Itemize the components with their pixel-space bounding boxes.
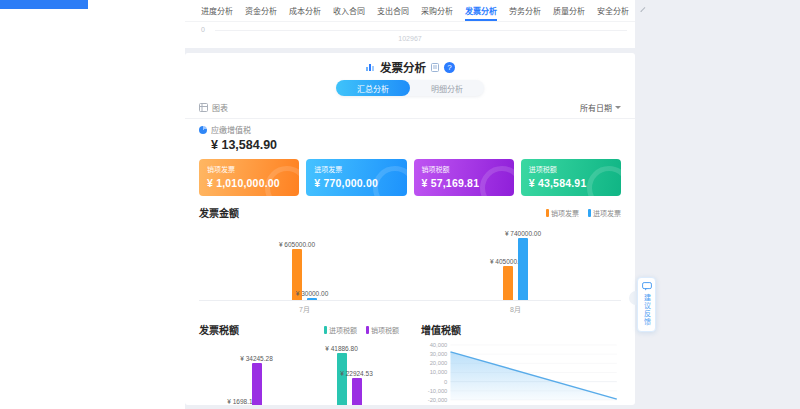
stat-card: 销项税额¥ 57,169.81 (414, 159, 514, 196)
stat-card-value: ¥ 770,000.00 (314, 177, 398, 189)
svg-text:10,000: 10,000 (430, 370, 448, 376)
bar-chart-invoice-amount: ¥ 605000.00¥ 30000.00¥ 405000.00¥ 740000… (199, 233, 621, 301)
axis-zero-label: 0 (201, 26, 205, 33)
divider (185, 118, 635, 119)
svg-text:0: 0 (444, 379, 447, 385)
bar-group: ¥ 41886.80¥ 22924.53 (337, 353, 362, 405)
stat-card-label: 进项发票 (314, 164, 398, 174)
date-filter-value: 所有日期 (580, 102, 612, 113)
invoice-tax-section: 发票税额 进项税额销项税额 ¥ 1698.11¥ 34245.28¥ 41886… (199, 322, 399, 405)
bar-value-label: ¥ 605000.00 (279, 241, 315, 248)
stat-card-value: ¥ 43,584.91 (529, 177, 613, 189)
stat-card: 销项发票¥ 1,010,000.00 (199, 159, 299, 196)
nav-tab[interactable]: 质量分析 (553, 0, 585, 21)
card-title-row: 发票分析 ? (185, 53, 635, 75)
nav-tab[interactable]: 收入合同 (333, 0, 365, 21)
left-background-panel (0, 0, 185, 409)
legend-invoice-amount: 销项发票进项发票 (546, 208, 621, 218)
scrolled-chart-remnant: 0 102967 (185, 22, 635, 48)
bar-value-label: ¥ 740000.00 (505, 230, 541, 237)
section-title-invoice-tax: 发票税额 (199, 322, 239, 337)
top-left-accent-bar (0, 0, 88, 9)
nav-tab[interactable]: 安全分析 (597, 0, 629, 21)
category-axis: 7月8月 (199, 304, 621, 314)
stat-cards: 销项发票¥ 1,010,000.00进项发票¥ 770,000.00销项税额¥ … (185, 159, 635, 196)
bar: ¥ 22924.53 (352, 378, 362, 405)
vat-amount-section: 增值税额 40,00030,00020,00010,0000-10,000-20… (421, 322, 621, 405)
legend-item[interactable]: 进项税额 (324, 325, 357, 335)
document-icon (431, 63, 439, 72)
top-nav: 进度分析资金分析成本分析收入合同支出合同采购分析发票分析劳务分析质量分析安全分析 (185, 0, 635, 22)
category-label: 7月 (299, 304, 310, 314)
legend-item[interactable]: 销项税额 (366, 325, 399, 335)
section-title-vat-amount: 增值税额 (421, 322, 461, 337)
page-title: 发票分析 (380, 59, 426, 75)
svg-text:40,000: 40,000 (430, 342, 448, 348)
legend-invoice-tax: 进项税额销项税额 (324, 325, 399, 335)
svg-text:30,000: 30,000 (430, 351, 448, 357)
nav-tab[interactable]: 采购分析 (421, 0, 453, 21)
axis-category-label: 102967 (185, 35, 635, 42)
stat-card-label: 进项税额 (529, 164, 613, 174)
bar-value-label: ¥ 41886.80 (325, 345, 358, 352)
bar: ¥ 740000.00 (518, 238, 528, 300)
bar-group: ¥ 1698.11¥ 34245.28 (237, 363, 262, 405)
vat-summary: 应缴增值税 ¥ 13,584.90 (185, 124, 635, 152)
toggle-summary-analysis[interactable]: 汇总分析 (336, 80, 410, 96)
top-nav-tabs: 进度分析资金分析成本分析收入合同支出合同采购分析发票分析劳务分析质量分析安全分析 (201, 0, 629, 21)
category-label: 8月 (510, 304, 521, 314)
analysis-mode-toggle-row: 汇总分析 明细分析 (185, 80, 635, 96)
vat-summary-value: ¥ 13,584.90 (211, 138, 621, 152)
caret-down-icon (615, 106, 621, 112)
nav-tab[interactable]: 进度分析 (201, 0, 233, 21)
feedback-widget[interactable]: 建议反馈 (637, 277, 656, 332)
bar-group: ¥ 605000.00¥ 30000.00 (292, 249, 317, 300)
analysis-mode-toggle: 汇总分析 明细分析 (336, 80, 484, 96)
filter-row: 图表 所有日期 (185, 102, 635, 113)
invoice-analysis-card: 发票分析 ? 汇总分析 明细分析 图表 所有日期 应缴增值税 ¥ 13,5 (185, 53, 635, 405)
bottom-charts-row: 发票税额 进项税额销项税额 ¥ 1698.11¥ 34245.28¥ 41886… (185, 322, 635, 405)
nav-tab[interactable]: 成本分析 (289, 0, 321, 21)
bar-group: ¥ 405000.00¥ 740000.00 (503, 238, 528, 300)
nav-tab[interactable]: 支出合同 (377, 0, 409, 21)
line-chart-vat: 40,00030,00020,00010,0000-10,000-20,0002… (421, 339, 621, 405)
date-filter-dropdown[interactable]: 所有日期 (580, 102, 621, 113)
stat-card: 进项发票¥ 770,000.00 (306, 159, 406, 196)
bar-chart-invoice-tax: ¥ 1698.11¥ 34245.28¥ 41886.80¥ 22924.53 (199, 349, 399, 405)
stat-card-label: 销项发票 (207, 164, 291, 174)
svg-text:-10,000: -10,000 (428, 388, 448, 394)
bar-value-label: ¥ 22924.53 (340, 370, 373, 377)
stat-card-value: ¥ 1,010,000.00 (207, 177, 291, 189)
chevron-down-icon[interactable] (640, 7, 645, 12)
legend-item[interactable]: 进项发票 (588, 208, 621, 218)
bar-value-label: ¥ 34245.28 (240, 355, 273, 362)
nav-tab[interactable]: 发票分析 (465, 0, 497, 21)
stat-card-value: ¥ 57,169.81 (422, 177, 506, 189)
svg-text:-20,000: -20,000 (428, 397, 448, 403)
chart-bars-icon (365, 62, 375, 72)
feedback-label: 建议反馈 (642, 294, 652, 326)
vat-summary-label: 应缴增值税 (211, 124, 251, 135)
chart-mode-label[interactable]: 图表 (212, 102, 228, 113)
pie-icon (199, 126, 207, 134)
axis-gridline (215, 30, 627, 31)
stat-card: 进项税额¥ 43,584.91 (521, 159, 621, 196)
nav-tab[interactable]: 资金分析 (245, 0, 277, 21)
main-column: 进度分析资金分析成本分析收入合同支出合同采购分析发票分析劳务分析质量分析安全分析… (185, 0, 635, 409)
bar-value-label: ¥ 30000.00 (296, 290, 329, 297)
bar: ¥ 34245.28 (252, 363, 262, 405)
section-title-invoice-amount: 发票金额 (199, 205, 239, 220)
help-icon[interactable]: ? (444, 62, 455, 73)
stat-card-label: 销项税额 (422, 164, 506, 174)
chat-icon (642, 282, 652, 291)
bar: ¥ 30000.00 (307, 298, 317, 301)
chart-mode-icon (199, 103, 208, 112)
toggle-detail-analysis[interactable]: 明细分析 (410, 80, 484, 96)
nav-tab[interactable]: 劳务分析 (509, 0, 541, 21)
invoice-amount-section: 发票金额 销项发票进项发票 ¥ 605000.00¥ 30000.00¥ 405… (185, 205, 635, 314)
legend-item[interactable]: 销项发票 (546, 208, 579, 218)
svg-text:20,000: 20,000 (430, 360, 448, 366)
bar: ¥ 41886.80 (337, 353, 347, 405)
bar: ¥ 405000.00 (503, 266, 513, 300)
